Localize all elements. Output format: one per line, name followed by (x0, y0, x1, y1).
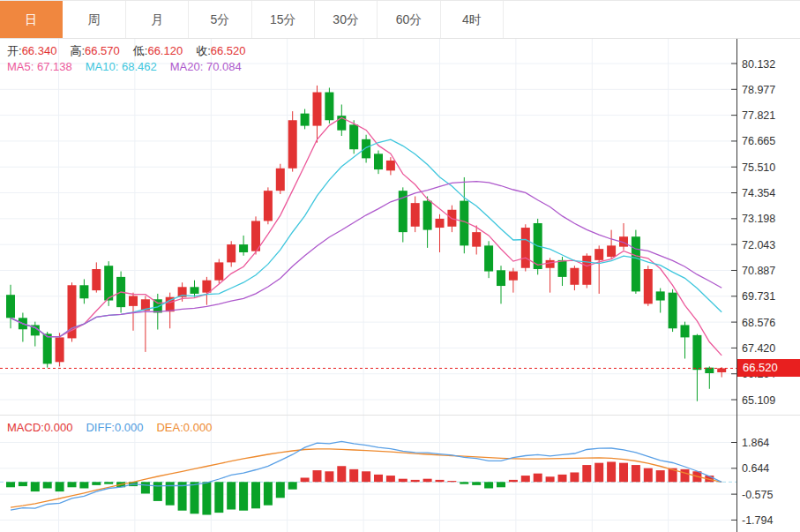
macd-legend: MACD:0.000 DIFF:0.000 DEA:0.000 (7, 421, 212, 434)
kline-chart-window: 日 周 月 5分 15分 30分 60分 4时 开:66.340 高:66.57… (0, 0, 800, 532)
close-value: 收:66.520 (196, 43, 245, 59)
timeframe-tabbar: 日 周 月 5分 15分 30分 60分 4时 (0, 0, 800, 39)
svg-text:74.354: 74.354 (742, 187, 775, 199)
tab-15min[interactable]: 15分 (252, 1, 315, 38)
svg-text:65.109: 65.109 (742, 394, 775, 407)
svg-text:75.510: 75.510 (742, 161, 775, 174)
tab-week[interactable]: 周 (63, 1, 125, 38)
tab-5min[interactable]: 5分 (189, 1, 251, 38)
svg-text:-1.794: -1.794 (742, 514, 773, 527)
svg-text:1.864: 1.864 (742, 437, 769, 449)
low-value: 低:66.120 (133, 43, 183, 59)
tab-60min[interactable]: 60分 (378, 1, 440, 38)
tab-4hour[interactable]: 4时 (441, 1, 504, 38)
svg-text:69.731: 69.731 (742, 290, 775, 303)
svg-text:-0.575: -0.575 (742, 489, 773, 501)
svg-text:80.132: 80.132 (742, 58, 775, 71)
high-value: 高:66.570 (70, 43, 119, 59)
svg-text:0.644: 0.644 (742, 462, 769, 475)
svg-text:72.043: 72.043 (742, 239, 775, 251)
current-price-tag: 66.520 (737, 359, 800, 377)
svg-text:73.198: 73.198 (742, 213, 775, 225)
tab-30min[interactable]: 30分 (315, 1, 378, 38)
svg-text:70.887: 70.887 (742, 265, 775, 277)
candlestick-chart[interactable]: 80.13278.97777.82176.66575.51074.35473.1… (0, 39, 800, 415)
ma5-value: MA5: 67.138 (7, 60, 72, 73)
svg-text:67.420: 67.420 (742, 342, 775, 355)
svg-text:77.821: 77.821 (742, 109, 775, 122)
svg-text:68.576: 68.576 (742, 317, 775, 329)
tab-day[interactable]: 日 (0, 1, 63, 38)
ohlc-legend: 开:66.340 高:66.570 低:66.120 收:66.520 (7, 43, 246, 59)
dea-value: DEA:0.000 (156, 421, 212, 434)
ma20-value: MA20: 70.084 (170, 60, 242, 73)
svg-text:78.977: 78.977 (742, 84, 775, 96)
open-value: 开:66.340 (7, 43, 56, 59)
macd-value: MACD:0.000 (7, 421, 72, 434)
diff-value: DIFF:0.000 (86, 421, 143, 434)
tab-month[interactable]: 月 (126, 1, 189, 38)
svg-text:76.665: 76.665 (742, 135, 775, 147)
ma-legend: MA5: 67.138 MA10: 68.462 MA20: 70.084 (7, 60, 242, 73)
ma10-value: MA10: 68.462 (86, 60, 157, 73)
